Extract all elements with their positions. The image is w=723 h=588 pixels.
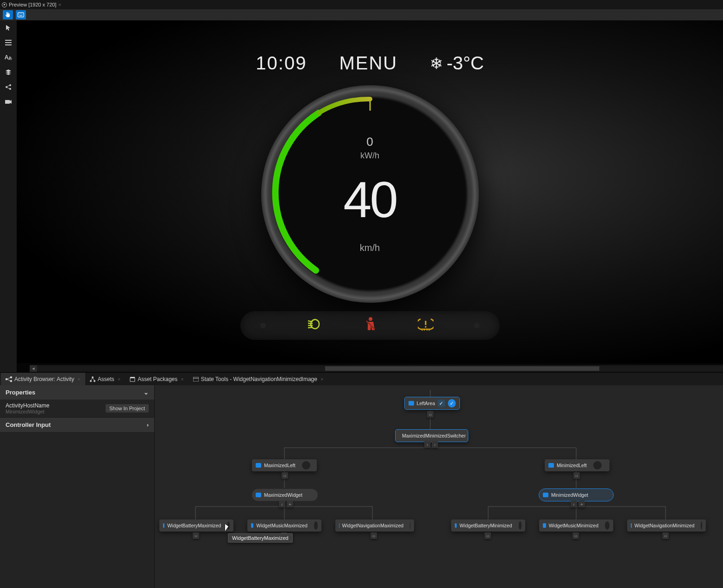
- close-icon[interactable]: ×: [77, 376, 80, 382]
- svg-rect-35: [130, 377, 135, 378]
- top-tabstrip: Preview [1920 x 720] ×: [0, 0, 723, 9]
- close-icon[interactable]: ×: [58, 2, 61, 7]
- properties-title: Properties: [6, 389, 35, 396]
- node-maxmin-switcher[interactable]: MaximizedMinimizedSwitcher: [396, 430, 468, 442]
- translate-tool[interactable]: Aあ: [4, 53, 13, 62]
- node-label: WidgetMusicMinimized: [549, 523, 598, 528]
- power-value: 0: [366, 135, 373, 149]
- node-port[interactable]: [302, 461, 310, 469]
- property-row-activityhost: ActivityHostName MinimizedWidget Show In…: [0, 400, 154, 417]
- activity-graph-canvas[interactable]: LeftArea ✓ ✓ ‹› MaximizedMinimizedSwitch…: [155, 385, 723, 588]
- node-icon: [339, 523, 339, 528]
- node-widget-navigation-maximized[interactable]: WidgetNavigationMaximized: [335, 519, 414, 532]
- scroll-thumb[interactable]: [325, 366, 599, 371]
- keyboard-icon: [18, 12, 24, 18]
- node-label: MinimizedWidget: [551, 492, 588, 498]
- share-tool[interactable]: [4, 82, 13, 92]
- camera-tool[interactable]: [4, 97, 13, 106]
- keyboard-tool-button[interactable]: [16, 10, 26, 19]
- expand-handle[interactable]: +: [578, 501, 585, 507]
- scroll-track[interactable]: [37, 366, 723, 371]
- node-port[interactable]: [314, 521, 318, 530]
- headlights-icon: [306, 318, 324, 334]
- tab-label: Asset Packages: [138, 376, 177, 382]
- close-icon[interactable]: ×: [118, 376, 120, 382]
- scroll-left-button[interactable]: ◄: [30, 365, 37, 372]
- expand-handle[interactable]: ‹›: [427, 411, 434, 418]
- expand-handle[interactable]: ‹›: [193, 532, 199, 539]
- snowflake-icon: ❄: [430, 54, 443, 73]
- tab-assets[interactable]: Assets ×: [85, 373, 125, 385]
- chevron-down-icon: ⌄: [144, 389, 149, 396]
- warn-dot-left: [260, 323, 266, 328]
- node-widget-navigation-minimized[interactable]: WidgetNavigationMinimized: [627, 519, 706, 532]
- speed-unit: km/h: [360, 243, 380, 253]
- menu-button[interactable]: MENU: [339, 53, 397, 74]
- node-icon: [256, 493, 261, 497]
- node-maximized-left[interactable]: MaximizedLeft: [252, 459, 317, 471]
- svg-rect-7: [5, 42, 12, 43]
- tab-asset-packages[interactable]: Asset Packages ×: [125, 373, 188, 385]
- node-widget-music-maximized[interactable]: WidgetMusicMaximized: [247, 519, 321, 532]
- node-leftarea[interactable]: LeftArea ✓ ✓: [405, 397, 459, 409]
- node-minimized-widget[interactable]: MinimizedWidget: [539, 489, 613, 501]
- share-icon: [5, 84, 12, 90]
- node-minimized-left[interactable]: MinimizedLeft: [545, 459, 610, 471]
- expand-handle[interactable]: ‹›: [662, 532, 669, 539]
- seatbelt-icon: [364, 316, 377, 335]
- preview-tab[interactable]: Preview [1920 x 720] ×: [2, 2, 61, 7]
- svg-rect-2: [20, 14, 20, 14]
- cursor-icon: [225, 524, 228, 531]
- checkbox-icon[interactable]: ✓: [438, 400, 445, 407]
- node-port[interactable]: [410, 521, 410, 530]
- close-icon[interactable]: ×: [181, 376, 183, 382]
- node-label: MinimizedLeft: [557, 463, 587, 468]
- svg-rect-34: [130, 378, 135, 382]
- show-in-project-button[interactable]: Show In Project: [106, 404, 149, 413]
- text-icon: Aあ: [5, 54, 13, 61]
- expand-handle[interactable]: +: [287, 501, 293, 507]
- property-key: ActivityHostName: [6, 402, 50, 409]
- svg-point-20: [369, 317, 372, 321]
- tab-state-tools[interactable]: State Tools - WidgetNavigationMinimizedI…: [189, 373, 328, 385]
- flow-icon: [6, 376, 12, 382]
- expand-handle[interactable]: ‹›: [572, 532, 579, 539]
- node-widget-battery-maximized[interactable]: WidgetBatteryMaximized: [159, 519, 233, 532]
- expand-handle[interactable]: ‹›: [282, 472, 288, 479]
- temperature-value: -3°C: [446, 53, 484, 74]
- expand-handle[interactable]: ‹: [279, 501, 285, 507]
- touch-tool-button[interactable]: [3, 10, 13, 19]
- svg-line-28: [7, 379, 10, 381]
- node-widget-battery-minimized[interactable]: WidgetBatteryMinimized: [451, 519, 525, 532]
- check-icon[interactable]: ✓: [448, 399, 456, 407]
- svg-line-19: [308, 327, 313, 328]
- node-port[interactable]: [701, 521, 702, 530]
- camera-icon: [5, 99, 12, 105]
- expand-handle[interactable]: ‹›: [371, 532, 377, 539]
- properties-header[interactable]: Properties ⌄: [0, 385, 154, 400]
- preview-viewport[interactable]: 10:09 MENU ❄ -3°C: [17, 20, 723, 372]
- node-port[interactable]: [605, 521, 610, 530]
- node-port[interactable]: [519, 521, 522, 530]
- node-label: MaximizedWidget: [264, 492, 302, 498]
- grid-tool[interactable]: [4, 38, 13, 47]
- hand-icon: [5, 12, 11, 18]
- node-maximized-widget[interactable]: MaximizedWidget: [252, 489, 318, 501]
- expand-handle[interactable]: ›: [432, 441, 438, 448]
- node-port[interactable]: [593, 461, 602, 469]
- close-icon[interactable]: ×: [321, 376, 323, 382]
- layers-icon: [5, 69, 12, 75]
- speed-value: 40: [343, 170, 396, 229]
- expand-handle[interactable]: ‹›: [573, 472, 580, 479]
- expand-handle[interactable]: ‹: [424, 441, 431, 448]
- pointer-tool[interactable]: [4, 23, 13, 32]
- controller-input-header[interactable]: Controller Input ›: [0, 417, 154, 432]
- preview-tab-label: Preview [1920 x 720]: [9, 2, 57, 7]
- tab-activity-browser[interactable]: Activity Browser: Activity ×: [1, 373, 85, 385]
- node-label: WidgetBatteryMinimized: [459, 523, 512, 528]
- layers-tool[interactable]: [4, 68, 13, 77]
- preview-hscrollbar[interactable]: ◄: [30, 365, 723, 372]
- node-widget-music-minimized[interactable]: WidgetMusicMinimized: [539, 519, 613, 532]
- expand-handle[interactable]: ‹›: [484, 532, 491, 539]
- expand-handle[interactable]: ‹: [571, 501, 577, 507]
